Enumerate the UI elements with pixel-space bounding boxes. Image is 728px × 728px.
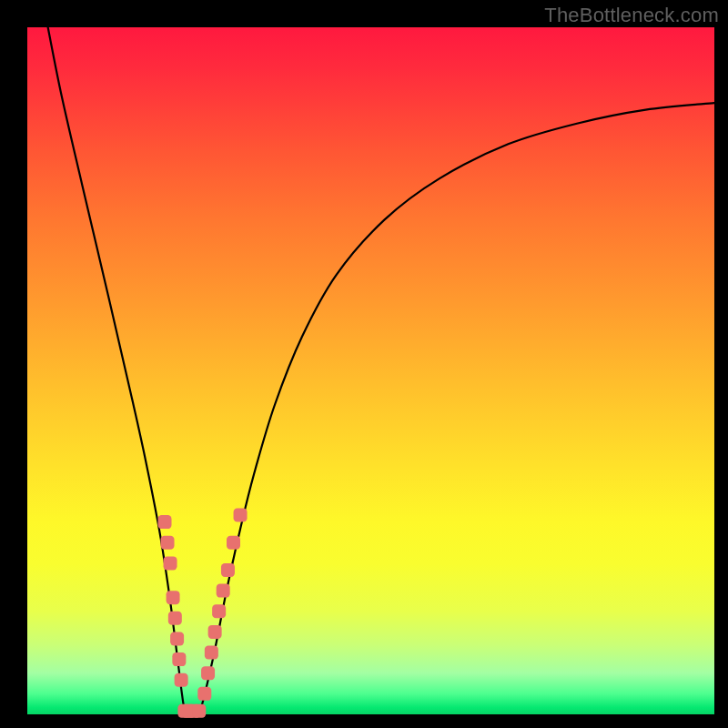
marker-layer (158, 509, 248, 718)
curve-marker (170, 632, 184, 645)
bottleneck-curve (48, 27, 714, 718)
curve-marker (227, 536, 240, 550)
curve-marker (217, 584, 230, 598)
curve-marker (205, 646, 218, 660)
curve-marker (221, 563, 235, 577)
curve-marker (234, 509, 248, 522)
curve-marker (201, 666, 215, 680)
curve-marker (164, 556, 177, 570)
curve-marker (167, 591, 180, 604)
curve-marker (158, 515, 172, 529)
curve-marker (212, 604, 226, 618)
curve-marker (192, 704, 206, 718)
curve-marker (208, 625, 222, 639)
curve-marker (161, 536, 175, 550)
curve-marker (172, 652, 186, 666)
curve-marker (168, 612, 182, 625)
curve-marker (175, 673, 188, 687)
watermark-text: TheBottleneck.com (544, 4, 719, 27)
chart-svg (27, 27, 714, 714)
chart-frame: TheBottleneck.com (0, 0, 728, 728)
curve-layer (48, 27, 714, 718)
curve-marker (197, 687, 211, 701)
plot-area (27, 27, 714, 714)
